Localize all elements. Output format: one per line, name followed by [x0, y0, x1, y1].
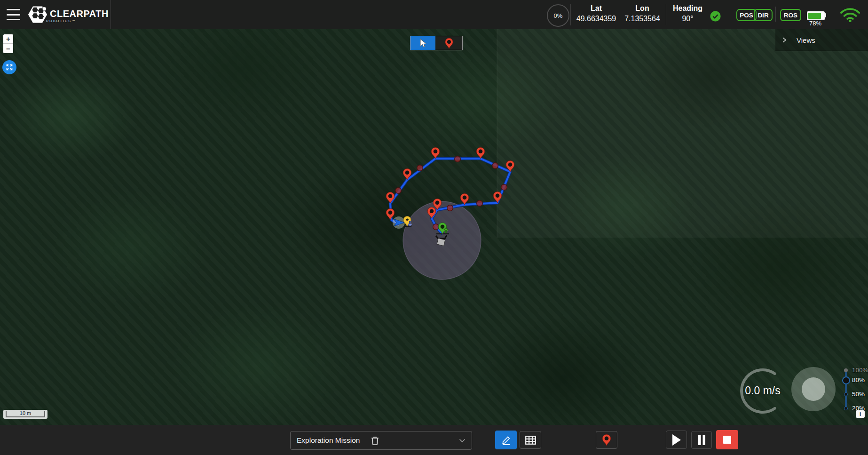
menu-button[interactable]: [7, 8, 20, 21]
edit-pencil-icon: [501, 435, 512, 446]
mission-progress-value: 0%: [554, 12, 563, 19]
mission-select[interactable]: Exploration Mission: [290, 431, 472, 450]
chevron-right-icon: [782, 37, 787, 43]
add-waypoint-button[interactable]: [596, 431, 617, 449]
clearpath-logo: CLEARPATH ROBOTICS™: [27, 4, 109, 25]
brand-title: CLEARPATH: [50, 9, 109, 18]
stop-mission-button[interactable]: [716, 430, 738, 449]
lon-value: 7.1353564: [622, 14, 663, 24]
topbar-divider: [570, 4, 571, 25]
latitude-readout: Lat 49.6634359: [574, 3, 619, 24]
waypoint-pin-icon: [601, 433, 612, 447]
heading-value: 90°: [670, 14, 705, 24]
wifi-icon: [840, 7, 860, 23]
battery-fill-level: [808, 13, 821, 19]
lon-label: Lon: [622, 3, 663, 14]
brand-subtitle: ROBOTICS™: [46, 19, 109, 23]
slider-stop-50[interactable]: [844, 392, 848, 396]
slider-label-50[interactable]: 50%: [852, 391, 865, 398]
pause-icon: [698, 435, 706, 445]
slider-handle-80[interactable]: [842, 376, 850, 384]
lat-value: 49.6634359: [574, 14, 619, 24]
speed-limit-slider[interactable]: 100% 80% 50% 20%: [842, 365, 868, 416]
bottom-mission-bar: Exploration Mission: [0, 425, 868, 455]
map-mode-toolbar: [410, 36, 463, 50]
pause-mission-button[interactable]: [691, 431, 712, 449]
dir-status-badge: DIR: [754, 9, 773, 21]
heading-label: Heading: [670, 3, 705, 14]
heading-readout: Heading 90°: [670, 3, 705, 24]
topbar-divider: [110, 0, 111, 29]
status-ok-check-icon: [710, 11, 721, 22]
top-status-bar: CLEARPATH ROBOTICS™ 0% Lat 49.6634359 Lo…: [0, 0, 868, 29]
topbar-divider: [775, 7, 776, 22]
slider-label-100[interactable]: 100%: [852, 367, 868, 374]
hamburger-icon: [7, 9, 20, 10]
mission-progress-indicator: 0%: [547, 4, 569, 27]
topbar-divider: [666, 4, 666, 25]
slider-stop-20[interactable]: [844, 407, 848, 410]
joystick-knob[interactable]: [802, 377, 825, 401]
lat-label: Lat: [574, 3, 619, 14]
waypoint-table-button[interactable]: [520, 431, 541, 449]
chevron-down-icon: [459, 439, 466, 443]
zoom-out-button[interactable]: −: [3, 44, 13, 53]
slider-track[interactable]: [845, 370, 847, 409]
ros-status-badge: ROS: [780, 9, 801, 21]
cursor-icon: [419, 39, 427, 48]
slider-label-80[interactable]: 80%: [852, 376, 865, 383]
longitude-readout: Lon 7.1353564: [622, 3, 663, 24]
play-icon: [672, 434, 681, 446]
slider-stop-100[interactable]: [844, 368, 848, 372]
select-tool-button[interactable]: [410, 36, 435, 50]
map-expand-button[interactable]: [2, 60, 16, 74]
outdoornav-app: ★ + −: [0, 0, 868, 455]
views-panel-toggle[interactable]: Views: [775, 29, 868, 51]
table-grid-icon: [525, 436, 536, 445]
add-waypoint-tool-button[interactable]: [435, 36, 462, 50]
clearpath-hex-icon: [27, 4, 48, 25]
info-button[interactable]: i: [856, 410, 865, 418]
edit-mission-button[interactable]: [495, 431, 517, 449]
map-zoom-control: + −: [3, 34, 13, 53]
battery-icon: [807, 11, 825, 20]
trash-icon: [371, 436, 379, 445]
mission-name: Exploration Mission: [297, 436, 360, 445]
teleop-joystick[interactable]: [791, 367, 836, 411]
zoom-in-button[interactable]: +: [3, 34, 13, 44]
scale-bar-label: 10 m: [3, 410, 47, 416]
map-scale-bar: 10 m: [3, 410, 47, 419]
waypoint-pin-icon: [444, 37, 454, 49]
speed-readout: 0.0 m/s: [734, 384, 792, 397]
stop-icon: [723, 435, 732, 444]
delete-mission-button[interactable]: [371, 436, 379, 445]
battery-percent: 78%: [804, 20, 827, 27]
play-mission-button[interactable]: [666, 431, 687, 449]
views-panel-label: Views: [797, 36, 815, 44]
battery-nub: [824, 13, 826, 17]
expand-arrows-icon: [6, 64, 13, 71]
